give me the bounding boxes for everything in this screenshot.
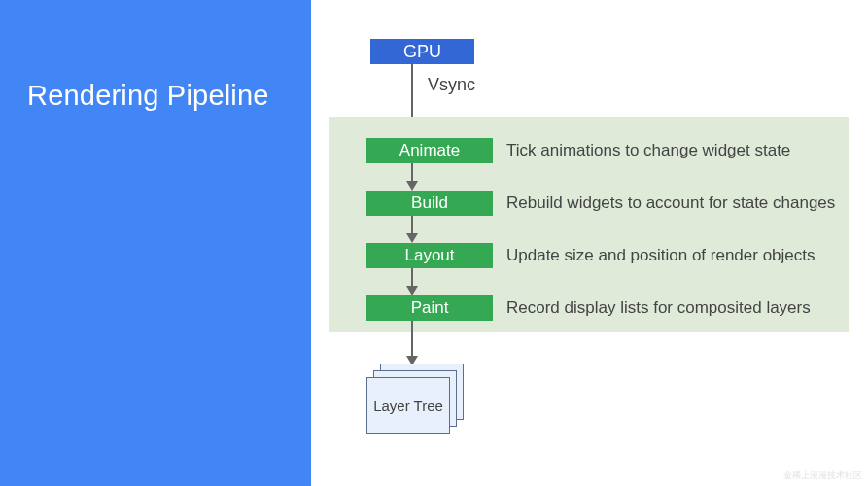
gpu-box: GPU [370,39,474,64]
stage-box-build: Build [366,191,493,216]
stage-desc-layout: Update size and position of render objec… [506,246,816,265]
arrow-layout-paint [411,268,413,288]
sidebar: Rendering Pipeline [0,0,311,486]
stage-box-layout: Layout [366,243,493,268]
stage-build: Build Rebuild widgets to account for sta… [329,191,849,216]
stage-paint: Paint Record display lists for composite… [329,295,849,321]
stage-desc-build: Rebuild widgets to account for state cha… [506,193,835,213]
stage-box-paint: Paint [366,295,493,321]
arrowhead-icon [406,181,418,191]
stage-box-animate: Animate [366,138,493,163]
arrowhead-icon [406,233,418,243]
page-title: Rendering Pipeline [27,80,311,112]
stage-layout: Layout Update size and position of rende… [329,243,849,268]
stage-animate: Animate Tick animations to change widget… [329,138,849,163]
diagram-area: GPU Vsync Animate Tick animations to cha… [311,0,868,486]
layer-card-front: Layer Tree [366,377,450,434]
stage-desc-paint: Record display lists for composited laye… [506,298,811,318]
pipeline-container: Animate Tick animations to change widget… [329,117,849,332]
vsync-label: Vsync [428,75,475,95]
arrow-paint-layertree [411,321,413,358]
arrowhead-icon [406,286,418,295]
arrow-build-layout [411,216,413,235]
watermark: 金稀上漫漫技术社区 [783,469,862,482]
arrow-animate-build [411,163,413,183]
stage-desc-animate: Tick animations to change widget state [506,141,790,160]
